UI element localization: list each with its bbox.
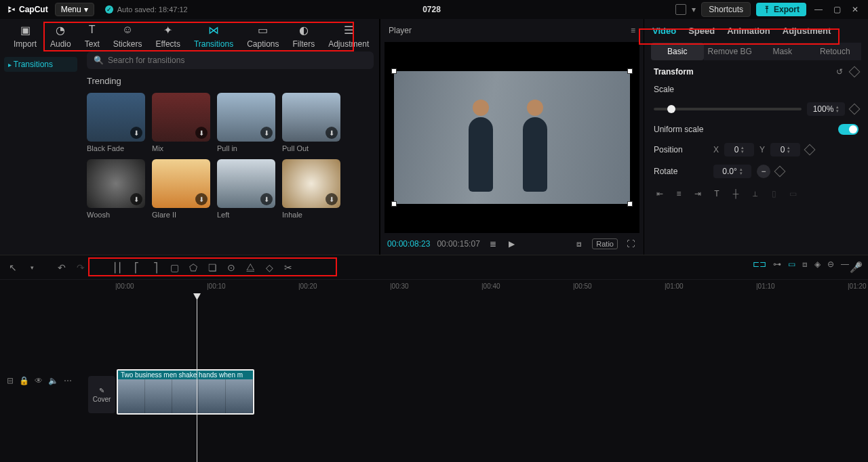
subtab-retouch[interactable]: Retouch (809, 43, 862, 60)
transition-item[interactable]: Glare II (152, 159, 210, 219)
align-center-v-icon[interactable]: ┼ (730, 189, 742, 198)
player-canvas[interactable] (384, 42, 639, 233)
crop-tool[interactable]: ▢ (168, 262, 180, 273)
trim-left-tool[interactable]: ⎡ (130, 262, 142, 273)
tab-animation[interactable]: Animation (727, 26, 770, 36)
keyframe-icon[interactable] (774, 166, 786, 177)
reset-icon[interactable]: ↺ (834, 67, 845, 77)
timeline-ruler[interactable]: |00:00 |00:10 |00:20 |00:30 |00:40 |00:5… (0, 280, 868, 295)
align-left-icon[interactable]: ⇤ (654, 189, 666, 198)
ratio-button[interactable]: Ratio (592, 238, 618, 249)
fullscreen-icon[interactable]: ⛶ (625, 239, 637, 249)
tab-transitions[interactable]: ⋈Transitions (187, 23, 240, 49)
subtab-mask[interactable]: Mask (756, 43, 809, 60)
transition-item[interactable]: Woosh (87, 159, 145, 219)
distribute-v-icon[interactable]: ▭ (787, 189, 799, 198)
tab-speed[interactable]: Speed (688, 26, 715, 36)
subtab-basic[interactable]: Basic (651, 43, 704, 60)
tab-captions[interactable]: ▭Captions (240, 23, 285, 49)
scale-value[interactable]: 100%▴▾ (807, 102, 845, 116)
video-frame[interactable] (394, 71, 630, 204)
tab-effects[interactable]: ✦Effects (149, 23, 186, 49)
copy-tool[interactable]: ❏ (206, 262, 218, 273)
tab-video[interactable]: Video (652, 26, 676, 36)
align-right-icon[interactable]: ⇥ (692, 189, 704, 198)
spin-icon[interactable]: ▴▾ (787, 146, 790, 154)
spin-icon[interactable]: ▴▾ (740, 167, 743, 175)
link-icon[interactable]: ⊶ (773, 259, 781, 269)
magnet-icon[interactable]: ⊏⊐ (753, 259, 766, 269)
crop-tool-2[interactable]: ✂ (282, 262, 294, 273)
menu-button[interactable]: Menu ▾ (55, 3, 94, 16)
zoom-slider[interactable]: — (841, 259, 849, 269)
zoom-in-icon[interactable]: ⊕ (856, 259, 863, 269)
eye-icon[interactable]: 👁 (35, 376, 43, 385)
transition-item[interactable]: Left (217, 159, 275, 219)
align-center-h-icon[interactable]: ≡ (673, 189, 685, 198)
mirror-tool[interactable]: ⧋ (244, 261, 256, 273)
rotate-tool[interactable]: ◇ (263, 262, 275, 273)
tab-text[interactable]: TText (78, 23, 106, 49)
pointer-tool[interactable]: ↖ (7, 262, 19, 273)
transition-item[interactable]: Pull in (217, 93, 275, 152)
marker-icon[interactable]: ◈ (814, 259, 821, 269)
player-menu-icon[interactable]: ≡ (631, 26, 635, 35)
play-button[interactable]: ▶ (506, 239, 518, 249)
search-input[interactable]: 🔍 Search for transitions (87, 51, 374, 69)
tab-adjustment[interactable]: ☰Adjustment (321, 23, 376, 49)
transition-item[interactable]: Pull Out (282, 93, 340, 152)
position-y[interactable]: 0▴▾ (770, 143, 800, 156)
rotate-value[interactable]: 0.0°▴▾ (713, 165, 751, 178)
tab-stickers[interactable]: ☺Stickers (106, 23, 149, 49)
distribute-h-icon[interactable]: ▯ (768, 189, 780, 198)
list-icon[interactable]: ≣ (487, 239, 499, 249)
spin-icon[interactable]: ▴▾ (741, 146, 744, 154)
minimize-button[interactable]: — (812, 5, 825, 14)
import-button[interactable]: ▣Import (7, 23, 43, 49)
align-top-icon[interactable]: T (711, 189, 723, 198)
mute-icon[interactable]: 🔈 (48, 376, 58, 385)
uniform-toggle[interactable] (838, 124, 859, 135)
timeline-clip[interactable]: Two business men shake hands when m (117, 369, 254, 415)
keyframe-icon[interactable] (849, 66, 861, 78)
redo-button[interactable]: ↷ (75, 262, 87, 273)
resize-handle[interactable] (627, 201, 633, 207)
spin-icon[interactable]: ▴▾ (836, 105, 839, 113)
tab-filters[interactable]: ◐Filters (286, 23, 322, 49)
position-x[interactable]: 0▴▾ (724, 143, 754, 156)
playhead[interactable] (197, 295, 197, 462)
tab-adjustment-right[interactable]: Adjustment (783, 26, 831, 36)
tab-audio[interactable]: ◔Audio (43, 23, 78, 49)
more-icon[interactable]: ⋯ (64, 376, 72, 385)
resize-handle[interactable] (391, 68, 397, 74)
zoom-out-icon[interactable]: ⊖ (827, 259, 834, 269)
subtab-removebg[interactable]: Remove BG (704, 43, 757, 60)
trim-right-tool[interactable]: ⎤ (149, 262, 161, 273)
maximize-button[interactable]: ▢ (831, 5, 844, 14)
speed-tool[interactable]: ⊙ (225, 262, 237, 273)
cover-button[interactable]: ✎ Cover (88, 376, 115, 413)
mask-tool[interactable]: ⬠ (187, 262, 199, 273)
layout-icon[interactable] (675, 4, 686, 15)
slider-knob[interactable] (667, 105, 675, 113)
transition-item[interactable]: Inhale (282, 159, 340, 219)
split-tool[interactable]: ⎮⎮ (111, 262, 123, 273)
transition-item[interactable]: Mix (152, 93, 210, 152)
undo-button[interactable]: ↶ (56, 262, 68, 273)
chevron-down-icon[interactable]: ▾ (26, 264, 38, 271)
transition-item[interactable]: Black Fade (87, 93, 145, 152)
scale-slider[interactable] (654, 108, 802, 110)
close-button[interactable]: ✕ (849, 5, 861, 14)
lock-icon[interactable]: 🔒 (19, 376, 29, 385)
track-icon[interactable]: ⧈ (802, 259, 808, 269)
rotate-minus[interactable]: − (757, 165, 770, 178)
export-button[interactable]: ⭱ Export (756, 3, 806, 16)
keyframe-icon[interactable] (849, 104, 861, 115)
preview-icon[interactable]: ▭ (788, 259, 795, 269)
sidebar-item-transitions[interactable]: Transitions (4, 57, 77, 72)
resize-handle[interactable] (391, 201, 397, 207)
keyframe-icon[interactable] (804, 144, 816, 156)
track-collapse-icon[interactable]: ⊟ (7, 376, 14, 385)
resize-handle[interactable] (627, 68, 633, 74)
snapshot-icon[interactable]: ⧈ (573, 239, 585, 249)
